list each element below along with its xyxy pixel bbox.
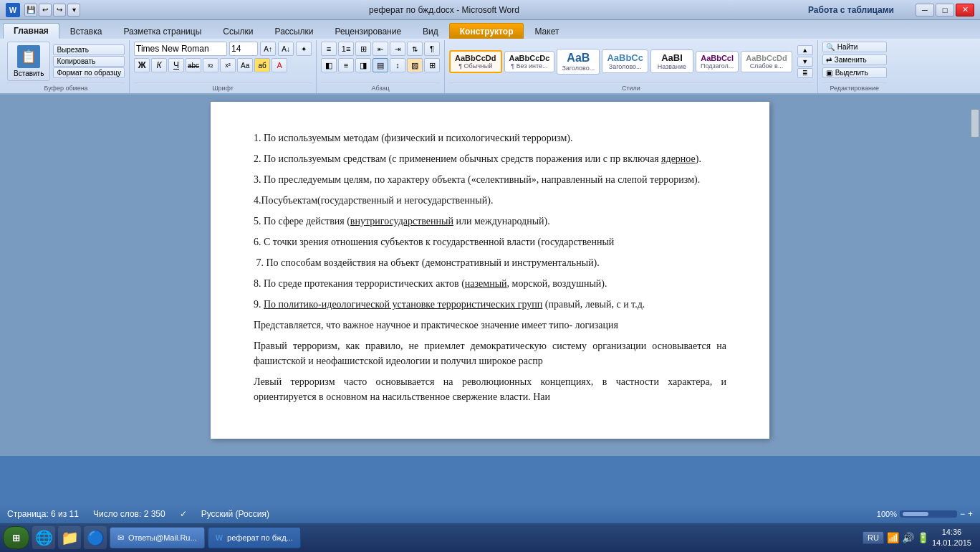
styles-scroll-down[interactable]: ▼ bbox=[797, 57, 813, 67]
style-weak[interactable]: AaBbCcDd Слабое в... bbox=[741, 51, 792, 72]
bold-btn[interactable]: Ж bbox=[134, 58, 150, 72]
tab-context-title: Работа с таблицами bbox=[808, 5, 894, 15]
scroll-bar[interactable] bbox=[970, 95, 980, 456]
style-subtitle[interactable]: AaBbCcl Подзагол... bbox=[696, 51, 739, 72]
paste-label: Вставить bbox=[14, 70, 44, 77]
style-title[interactable]: AaBI Название bbox=[650, 49, 693, 73]
lang-status: Русский (Россия) bbox=[201, 509, 269, 519]
font-grow-btn[interactable]: A↑ bbox=[260, 42, 276, 56]
copy-btn[interactable]: Копировать bbox=[53, 56, 125, 67]
tab-layout[interactable]: Разметка страницы bbox=[112, 23, 212, 39]
clipboard-group: 📋 Вставить Вырезать Копировать Формат по… bbox=[3, 40, 130, 93]
minimize-btn[interactable]: ─ bbox=[916, 4, 934, 16]
decrease-indent-btn[interactable]: ⇤ bbox=[373, 42, 388, 56]
cut-btn[interactable]: Вырезать bbox=[53, 44, 125, 55]
styles-scroll-up[interactable]: ▲ bbox=[797, 45, 813, 55]
multilevel-btn[interactable]: ⊞ bbox=[355, 42, 371, 56]
style-h2[interactable]: AaBbCc Заголово... bbox=[602, 49, 648, 73]
paste-btn[interactable]: 📋 Вставить bbox=[7, 42, 50, 81]
style-nospace-label: ¶ Без инте... bbox=[511, 62, 547, 70]
superscript-btn[interactable]: х² bbox=[220, 58, 236, 72]
subscript-btn[interactable]: х₂ bbox=[203, 58, 218, 72]
close-btn[interactable]: ✕ bbox=[956, 4, 974, 16]
tab-refs[interactable]: Ссылки bbox=[212, 23, 264, 39]
tab-insert[interactable]: Вставка bbox=[59, 23, 113, 39]
bullets-btn[interactable]: ≡ bbox=[321, 42, 337, 56]
clipboard-top: 📋 Вставить Вырезать Копировать Формат по… bbox=[7, 42, 125, 81]
font-name-input[interactable] bbox=[134, 42, 227, 56]
tab-review[interactable]: Рецензирование bbox=[324, 23, 412, 39]
select-btn[interactable]: ▣Выделить bbox=[822, 67, 887, 78]
para-marks-btn[interactable]: ¶ bbox=[424, 42, 440, 56]
para-11: Правый терроризм, как правило, не приемл… bbox=[254, 338, 726, 368]
window-controls: ─ □ ✕ bbox=[916, 4, 974, 16]
highlight-btn[interactable]: аб bbox=[254, 58, 270, 72]
ribbon-body: 📋 Вставить Вырезать Копировать Формат по… bbox=[0, 39, 980, 93]
tab-layout2[interactable]: Макет bbox=[524, 23, 570, 39]
tab-main[interactable]: Главная bbox=[3, 23, 59, 39]
redo-qs-btn[interactable]: ↪ bbox=[53, 4, 66, 16]
styles-label: Стили bbox=[449, 82, 813, 92]
align-right-btn[interactable]: ◨ bbox=[355, 58, 371, 72]
style-nospace[interactable]: AaBbCcDc ¶ Без инте... bbox=[504, 51, 555, 72]
format-painter-btn[interactable]: Формат по образцу bbox=[53, 67, 125, 78]
font-size-input[interactable] bbox=[229, 42, 258, 56]
paste-icon: 📋 bbox=[17, 45, 40, 68]
increase-indent-btn[interactable]: ⇥ bbox=[390, 42, 405, 56]
doc-page: 1. По используемым методам (физический и… bbox=[211, 102, 769, 439]
align-justify-btn[interactable]: ▤ bbox=[373, 58, 388, 72]
tab-constructor[interactable]: Конструктор bbox=[449, 23, 524, 39]
clear-format-btn[interactable]: ✦ bbox=[296, 42, 312, 56]
style-nospace-preview: AaBbCcDc bbox=[509, 54, 550, 62]
font-label: Шрифт bbox=[134, 82, 312, 92]
para-9: 9. По политико-идеологической установке … bbox=[254, 297, 726, 312]
taskbar-folder-btn[interactable]: 📁 bbox=[58, 526, 81, 549]
tab-view[interactable]: Вид bbox=[412, 23, 449, 39]
maximize-btn[interactable]: □ bbox=[936, 4, 954, 16]
taskbar-word-app[interactable]: W реферат по бжд... bbox=[208, 527, 301, 548]
style-normal-preview: AaBbCcDd bbox=[455, 54, 496, 62]
change-styles-btn[interactable]: ≣ bbox=[797, 68, 813, 78]
zoom-plus[interactable]: + bbox=[968, 509, 973, 519]
ribbon-tabs: Главная Вставка Разметка страницы Ссылки… bbox=[0, 20, 980, 39]
customize-qs-btn[interactable]: ▾ bbox=[67, 4, 80, 16]
style-h1[interactable]: AaB Заголово... bbox=[557, 49, 600, 75]
find-btn[interactable]: 🔍Найти bbox=[822, 42, 887, 52]
shading-btn[interactable]: ▨ bbox=[407, 58, 423, 72]
word-logo: W bbox=[6, 3, 20, 17]
line-spacing-btn[interactable]: ↕ bbox=[390, 58, 405, 72]
replace-btn[interactable]: ⇄Заменить bbox=[822, 54, 887, 65]
taskbar-ie-btn[interactable]: 🌐 bbox=[32, 526, 55, 549]
editing-label: Редактирование bbox=[822, 82, 887, 92]
style-normal[interactable]: AaBbCcDd ¶ Обычный bbox=[449, 50, 501, 73]
taskbar-chrome-btn[interactable]: 🔵 bbox=[84, 526, 107, 549]
scroll-thumb[interactable] bbox=[971, 109, 979, 138]
underline-btn[interactable]: Ч bbox=[168, 58, 184, 72]
para-5: 5. По сфере действия (внутригосударствен… bbox=[254, 214, 726, 229]
start-button[interactable]: ⊞ bbox=[3, 526, 29, 549]
lang-btn[interactable]: RU bbox=[863, 531, 884, 544]
font-shrink-btn[interactable]: A↓ bbox=[278, 42, 294, 56]
para-8: 8. По среде протекания террористических … bbox=[254, 276, 726, 291]
case-btn[interactable]: Аа bbox=[237, 58, 253, 72]
align-left-btn[interactable]: ◧ bbox=[321, 58, 337, 72]
align-center-btn[interactable]: ≡ bbox=[338, 58, 354, 72]
strikethrough-btn[interactable]: аbc bbox=[186, 58, 201, 72]
style-h1-preview: AaB bbox=[567, 52, 590, 65]
italic-btn[interactable]: К bbox=[151, 58, 167, 72]
zoom-minus[interactable]: − bbox=[960, 509, 965, 519]
save-qs-btn[interactable]: 💾 bbox=[24, 4, 37, 16]
style-weak-label: Слабое в... bbox=[750, 62, 784, 70]
editing-group: 🔍Найти ⇄Заменить ▣Выделить Редактировани… bbox=[818, 40, 891, 93]
numbering-btn[interactable]: 1≡ bbox=[338, 42, 354, 56]
tab-mailing[interactable]: Рассылки bbox=[264, 23, 325, 39]
title-bar-left: W 💾 ↩ ↪ ▾ bbox=[6, 3, 80, 17]
undo-qs-btn[interactable]: ↩ bbox=[39, 4, 52, 16]
sort-btn[interactable]: ⇅ bbox=[407, 42, 423, 56]
borders-btn[interactable]: ⊞ bbox=[424, 58, 440, 72]
font-color-btn[interactable]: А bbox=[272, 58, 287, 72]
taskbar: ⊞ 🌐 📁 🔵 ✉ Ответы@Mail.Ru... W реферат по… bbox=[0, 523, 980, 552]
zoom-control: 100% − + bbox=[877, 509, 973, 519]
taskbar-mail-app[interactable]: ✉ Ответы@Mail.Ru... bbox=[110, 527, 205, 548]
para-6: 6. С точки зрения отношения субъектов к … bbox=[254, 234, 726, 249]
